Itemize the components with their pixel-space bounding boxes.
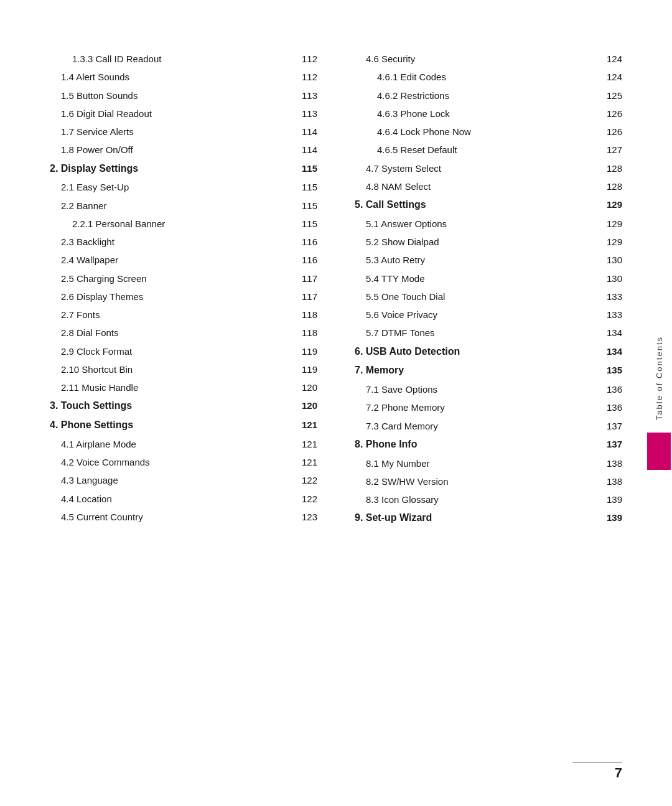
toc-label: 5.1 Answer Options	[355, 217, 597, 231]
toc-label: 4.6 Security	[355, 52, 597, 66]
toc-label: 5.4 TTY Mode	[355, 271, 597, 286]
toc-label: 3. Touch Settings	[50, 398, 292, 414]
toc-row: 5.7 DTMF Tones134	[355, 324, 622, 342]
toc-label: 2.2 Banner	[50, 199, 292, 213]
toc-page: 113	[292, 88, 317, 103]
toc-page: 130	[597, 253, 622, 267]
toc-row: 7. Memory135	[355, 361, 622, 380]
toc-row: 5.6 Voice Privacy133	[355, 306, 622, 324]
toc-row: 2.8 Dial Fonts118	[50, 324, 317, 342]
page-container: 1.3.3 Call ID Readout1121.4 Alert Sounds…	[0, 0, 672, 806]
toc-page: 130	[597, 271, 622, 286]
toc-page: 122	[292, 492, 317, 506]
toc-row: 4.2 Voice Commands121	[50, 453, 317, 471]
toc-label: 2.11 Music Handle	[50, 380, 292, 395]
toc-page: 138	[597, 474, 622, 489]
toc-label: 4.6.2 Restrictions	[355, 88, 597, 103]
toc-page: 124	[597, 52, 622, 66]
toc-label: 4.6.5 Reset Default	[355, 143, 597, 157]
toc-label: 1.6 Digit Dial Readout	[50, 106, 292, 121]
toc-page: 134	[597, 326, 622, 340]
sidebar-accent-bar	[647, 433, 671, 470]
toc-label: 2.10 Shortcut Bin	[50, 362, 292, 377]
toc-page: 129	[597, 217, 622, 231]
toc-row: 4.6.5 Reset Default127	[355, 141, 622, 159]
toc-row: 1.5 Button Sounds113	[50, 87, 317, 105]
toc-page: 121	[292, 437, 317, 451]
toc-row: 4.3 Language122	[50, 471, 317, 489]
toc-label: 4.7 System Select	[355, 161, 597, 176]
toc-page: 127	[597, 143, 622, 157]
toc-label: 5.6 Voice Privacy	[355, 307, 597, 322]
toc-label: 2.8 Dial Fonts	[50, 326, 292, 340]
toc-row: 4.4 Location122	[50, 490, 317, 508]
toc-label: 4.6.3 Phone Lock	[355, 106, 597, 121]
toc-label: 2.2.1 Personal Banner	[50, 217, 292, 231]
toc-row: 5.1 Answer Options129	[355, 215, 622, 233]
toc-page: 112	[292, 52, 317, 66]
toc-label: 1.8 Power On/Off	[50, 143, 292, 157]
toc-label: 4.6.4 Lock Phone Now	[355, 124, 597, 139]
toc-page: 115	[292, 180, 317, 194]
toc-label: 5.5 One Touch Dial	[355, 289, 597, 304]
toc-page: 139	[597, 510, 622, 525]
toc-page: 123	[292, 510, 317, 524]
toc-row: 4.6.2 Restrictions125	[355, 87, 622, 105]
toc-label: 4.4 Location	[50, 492, 292, 506]
toc-row: 2.7 Fonts118	[50, 306, 317, 324]
left-column: 1.3.3 Call ID Readout1121.4 Alert Sounds…	[50, 50, 317, 528]
toc-page: 118	[292, 307, 317, 322]
toc-label: 7. Memory	[355, 363, 597, 378]
toc-page: 122	[292, 473, 317, 487]
toc-page: 112	[292, 70, 317, 84]
toc-label: 2. Display Settings	[50, 161, 292, 177]
toc-page: 133	[597, 307, 622, 322]
toc-label: 4.8 NAM Select	[355, 179, 597, 194]
toc-page: 137	[597, 437, 622, 451]
toc-page: 129	[597, 197, 622, 212]
toc-row: 4.1 Airplane Mode121	[50, 435, 317, 453]
toc-label: 7.3 Card Memory	[355, 419, 597, 433]
toc-page: 139	[597, 492, 622, 507]
toc-page: 133	[597, 289, 622, 304]
toc-row: 4.6.4 Lock Phone Now126	[355, 123, 622, 141]
toc-page: 117	[292, 289, 317, 304]
toc-label: 9. Set-up Wizard	[355, 510, 597, 526]
toc-row: 8.1 My Number138	[355, 454, 622, 472]
toc-page: 125	[597, 88, 622, 103]
toc-page: 138	[597, 456, 622, 471]
toc-row: 1.4 Alert Sounds112	[50, 68, 317, 86]
toc-label: 4.2 Voice Commands	[50, 455, 292, 469]
page-number: 7	[615, 765, 622, 781]
toc-row: 1.7 Service Alerts114	[50, 123, 317, 141]
toc-label: 1.3.3 Call ID Readout	[50, 52, 292, 66]
toc-page: 129	[597, 235, 622, 249]
toc-row: 4.6.1 Edit Codes124	[355, 68, 622, 86]
toc-page: 128	[597, 179, 622, 194]
toc-label: 8.2 SW/HW Version	[355, 474, 597, 489]
toc-row: 5.2 Show Dialpad129	[355, 233, 622, 251]
toc-row: 7.3 Card Memory137	[355, 417, 622, 435]
toc-label: 2.7 Fonts	[50, 307, 292, 322]
toc-label: 6. USB Auto Detection	[355, 344, 597, 360]
toc-label: 5.2 Show Dialpad	[355, 235, 597, 249]
toc-page: 135	[597, 363, 622, 377]
toc-label: 4. Phone Settings	[50, 418, 292, 433]
toc-page: 120	[292, 398, 317, 413]
toc-label: 4.3 Language	[50, 473, 292, 487]
toc-page: 126	[597, 124, 622, 139]
toc-row: 4.8 NAM Select128	[355, 177, 622, 195]
toc-page: 136	[597, 382, 622, 396]
toc-page: 121	[292, 455, 317, 469]
toc-page: 137	[597, 419, 622, 433]
toc-row: 5. Call Settings129	[355, 195, 622, 215]
toc-label: 4.5 Current Country	[50, 510, 292, 524]
toc-label: 4.6.1 Edit Codes	[355, 70, 597, 84]
toc-row: 2.5 Charging Screen117	[50, 269, 317, 288]
toc-row: 4.6.3 Phone Lock126	[355, 105, 622, 123]
toc-row: 2.2.1 Personal Banner115	[50, 215, 317, 233]
toc-row: 6. USB Auto Detection134	[355, 342, 622, 362]
toc-row: 5.4 TTY Mode130	[355, 269, 622, 288]
toc-page: 119	[292, 362, 317, 377]
toc-row: 5.5 One Touch Dial133	[355, 288, 622, 306]
